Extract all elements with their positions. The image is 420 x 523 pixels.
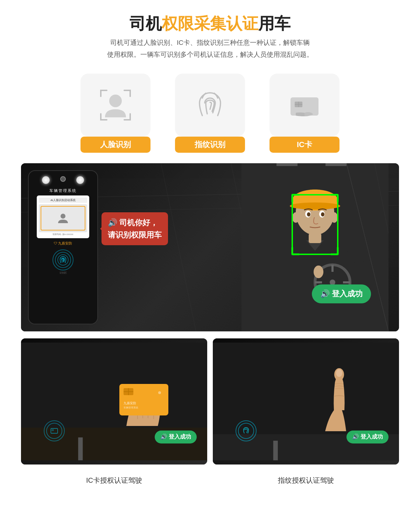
device-screen-main: AI人脸识别启动系统 车牌号码: 浙A·XXXXX [37,195,89,238]
svg-point-33 [292,212,299,223]
svg-rect-12 [276,163,298,166]
svg-text:九盾安防: 九盾安防 [124,401,136,405]
bottom-success-ic: 🔊 登入成功 [155,431,197,443]
title-part2: 权限采集认证 [162,14,258,33]
icon-box-face [80,74,150,137]
icon-card-ic: IC卡 [266,74,343,153]
subtitle-line2: 使用权限。一辆车可识别多个司机认证信息，解决人员使用混乱问题。 [107,51,313,58]
finger-svg [304,361,374,438]
ic-card-hand-area: 九盾安防 车辆管理系统 [88,363,207,440]
finger-press-area [279,361,399,442]
svg-point-34 [331,212,338,223]
bottom-images: 车辆管理系统 IC卡登入 触发 [按钮 A] [21,338,399,464]
device-screen-subtext: 车牌号码: 浙A·XXXXX [39,233,87,236]
device-panel-main: 车辆管理系统 AI人脸识别启动系统 车牌号码: 浙A·XXXXX 🛡 九盾安防 [28,170,98,324]
icon-card-fingerprint: 指纹识别 [172,74,248,153]
device-screen-face [39,204,87,232]
caption-ic: IC卡授权认证驾驶 [21,472,207,489]
worker-area: 🔊 登入成功 [105,163,399,331]
fp-center-icon [242,427,250,435]
page-wrapper: 司机权限采集认证用车 司机可通过人脸识别、IC卡、指纹识别三种任意一种认证，解锁… [0,0,420,503]
bottom-img-inner-right: 车辆管理系统 指纹登入 请将手指放到指纹识别器上 [213,338,399,464]
captions-row: IC卡授权认证驾驶 指纹授权认证驾驶 [21,472,399,489]
icon-card-face: 人脸识别 [77,74,154,153]
svg-point-32 [321,212,324,216]
success-text-ic: 🔊 登入成功 [160,434,191,440]
title-part3: 用车 [258,14,290,33]
device-screen-title: AI人脸识别启动系统 [39,198,87,203]
identify-label: 识别区 [59,271,67,275]
face-detect-overlay [41,206,85,230]
hand-ic-svg: 九盾安防 车辆管理系统 [109,363,186,433]
device-logo: 🛡 九盾安防 [54,241,72,246]
bottom-success-fp: 🔊 登入成功 [346,431,388,443]
worker-figure-svg [241,163,388,331]
svg-rect-13 [326,163,346,166]
bottom-card-ic: 车辆管理系统 IC卡登入 触发 [按钮 A] [21,338,207,464]
ripple-fp [236,420,257,441]
bottom-fp-sensor [236,420,257,441]
main-image-section: 车辆管理系统 AI人脸识别启动系统 车牌号码: 浙A·XXXXX 🛡 九盾安防 [21,163,399,331]
device-title: 车辆管理系统 [49,188,77,193]
device-light-left [42,176,50,184]
fingerprint-icon [192,88,227,123]
device-light-right [76,176,84,184]
svg-rect-45 [52,429,53,431]
success-text-fp: 🔊 登入成功 [352,434,383,440]
bottom-img-inner-left: 车辆管理系统 IC卡登入 触发 [按钮 A] [21,338,207,464]
svg-rect-35 [309,233,321,243]
device-fingerprint-area [52,249,74,270]
title-section: 司机权限采集认证用车 司机可通过人脸识别、IC卡、指纹识别三种任意一种认证，解锁… [21,14,399,61]
device-lights [42,176,84,185]
title-part1: 司机 [130,14,162,33]
face-recognition-label: 人脸识别 [80,137,150,153]
main-image-content: 车辆管理系统 AI人脸识别启动系统 车牌号码: 浙A·XXXXX 🛡 九盾安防 [21,163,399,331]
ripple-ic [44,420,65,441]
device-camera [60,176,66,182]
svg-point-52 [158,391,161,394]
icons-row: 人脸识别 指纹识别 [21,74,399,153]
svg-rect-55 [273,441,278,460]
fp-icon-ic [50,427,58,435]
caption-fp: 指纹授权认证驾驶 [213,472,399,489]
svg-rect-39 [78,437,83,460]
face-recognition-icon [98,88,133,123]
bottom-card-fp: 车辆管理系统 指纹登入 请将手指放到指纹识别器上 [213,338,399,464]
bottom-fp-area-ic [44,420,65,441]
icon-box-fingerprint [175,74,245,137]
ic-card-icon [287,88,322,123]
main-success-badge: 🔊 登入成功 [312,284,371,303]
fingerprint-center-icon [58,255,68,265]
svg-rect-44 [51,428,57,433]
svg-point-23 [314,266,323,278]
ic-card-label: IC卡 [270,137,340,153]
svg-point-28 [290,202,340,209]
fingerprint-label: 指纹识别 [175,137,245,153]
fingerprint-ripple [52,249,74,270]
svg-point-57 [336,369,342,377]
main-title: 司机权限采集认证用车 [21,14,399,33]
logo-text: 九盾安防 [58,241,72,245]
logo-icon: 🛡 [54,241,57,245]
success-text: 🔊 登入成功 [320,289,363,298]
svg-text:车辆管理系统: 车辆管理系统 [124,406,138,409]
subtitle: 司机可通过人脸识别、IC卡、指纹识别三种任意一种认证，解锁车辆 使用权限。一辆车… [21,37,399,61]
icon-box-ic [270,74,340,137]
subtitle-line1: 司机可通过人脸识别、IC卡、指纹识别三种任意一种认证，解锁车辆 [110,39,310,46]
svg-point-31 [307,212,310,216]
svg-point-0 [109,95,122,107]
